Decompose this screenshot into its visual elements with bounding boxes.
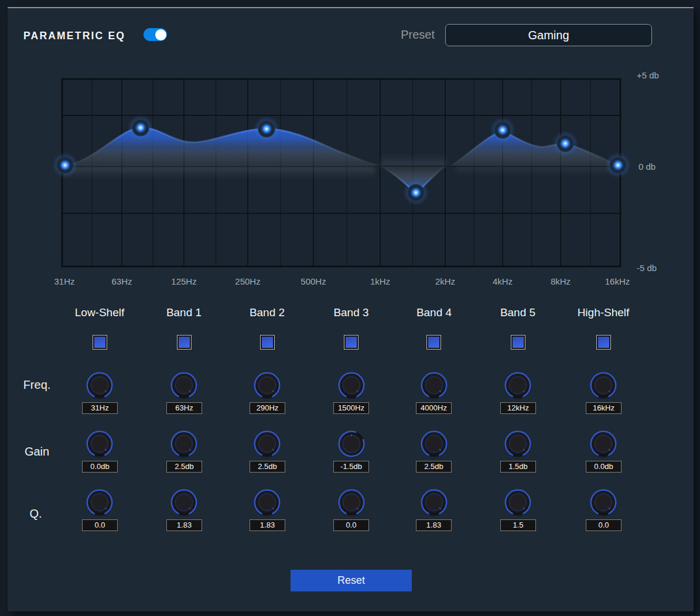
svg-text:1kHz: 1kHz — [370, 276, 390, 286]
svg-text:8kHz: 8kHz — [551, 276, 571, 286]
svg-text:-5 db: -5 db — [637, 263, 657, 273]
svg-text:4kHz: 4kHz — [493, 276, 513, 286]
svg-text:0 db: 0 db — [638, 162, 655, 172]
svg-text:125Hz: 125Hz — [171, 276, 196, 286]
svg-text:2kHz: 2kHz — [435, 276, 455, 286]
svg-text:16kHz: 16kHz — [605, 276, 630, 286]
svg-text:250Hz: 250Hz — [235, 276, 260, 286]
svg-text:500Hz: 500Hz — [301, 276, 326, 286]
svg-text:+5 db: +5 db — [637, 70, 659, 80]
svg-text:63Hz: 63Hz — [111, 276, 132, 286]
svg-text:31Hz: 31Hz — [54, 276, 74, 286]
